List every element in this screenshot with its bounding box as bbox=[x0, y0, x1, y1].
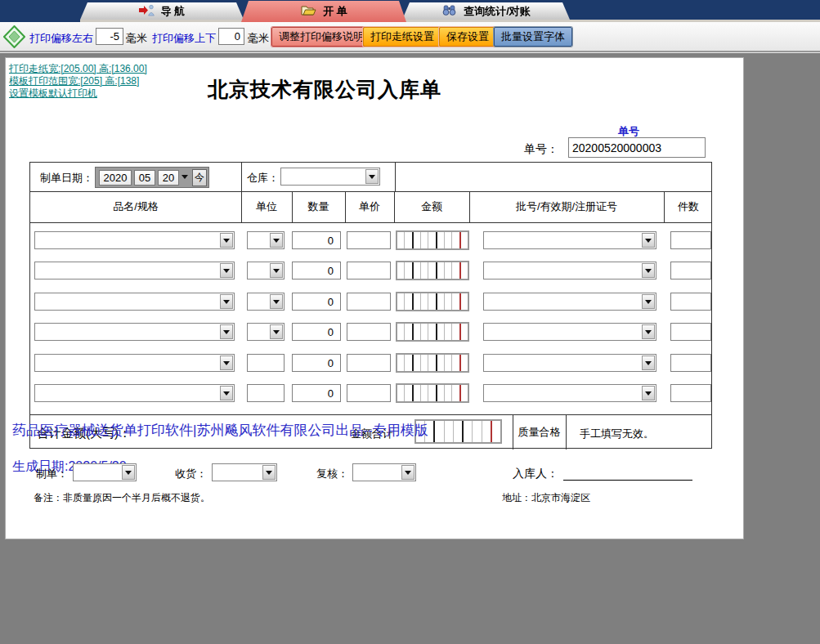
remark-text: 备注：非质量原因一个半月后概不退货。 bbox=[34, 491, 210, 505]
tab-query-stats[interactable]: 查询统计/对账 bbox=[402, 2, 570, 20]
unit-combobox[interactable] bbox=[247, 231, 285, 249]
unit-input[interactable] bbox=[247, 384, 285, 402]
product-combobox[interactable] bbox=[34, 354, 235, 372]
product-combobox[interactable] bbox=[34, 293, 235, 311]
document-page: 打印走纸宽:[205.00] 高:[136.00] 模板打印范围宽:[205] … bbox=[5, 57, 744, 539]
pieces-input[interactable] bbox=[670, 354, 711, 372]
batch-combobox[interactable] bbox=[483, 231, 656, 249]
table-line bbox=[30, 414, 711, 415]
price-input[interactable] bbox=[347, 354, 391, 372]
table-line bbox=[394, 191, 395, 222]
adjust-offset-help-button[interactable]: 调整打印偏移说明 bbox=[271, 27, 371, 47]
qty-input[interactable] bbox=[292, 384, 341, 402]
product-combobox[interactable] bbox=[34, 323, 235, 341]
date-label: 制单日期： bbox=[40, 171, 93, 186]
batch-combobox[interactable] bbox=[483, 384, 656, 402]
qty-input[interactable] bbox=[292, 231, 341, 249]
address-text: 地址：北京市海淀区 bbox=[502, 491, 590, 505]
stocker-signature-line bbox=[563, 480, 692, 481]
pieces-input[interactable] bbox=[670, 384, 711, 402]
review-combobox[interactable] bbox=[352, 463, 416, 481]
tab-navigation-label: 导 航 bbox=[161, 4, 186, 19]
chevron-down-icon bbox=[220, 386, 233, 400]
amount-grid bbox=[396, 353, 469, 373]
date-month-box[interactable]: 05 bbox=[134, 170, 155, 186]
offset-ud-label: 打印偏移上下 bbox=[152, 31, 216, 46]
batch-combobox[interactable] bbox=[483, 354, 656, 372]
receive-combobox[interactable] bbox=[212, 463, 277, 481]
table-line bbox=[664, 191, 665, 222]
tab-navigation[interactable]: 导 航 bbox=[80, 2, 244, 20]
unit-input[interactable] bbox=[247, 354, 285, 372]
warehouse-combobox[interactable] bbox=[280, 168, 380, 186]
price-input[interactable] bbox=[347, 231, 391, 249]
unit-combobox[interactable] bbox=[247, 293, 285, 311]
table-line bbox=[241, 163, 242, 191]
pieces-input[interactable] bbox=[670, 293, 711, 311]
offset-lr-label: 打印偏移左右 bbox=[29, 31, 93, 46]
chevron-down-icon bbox=[220, 263, 233, 278]
default-printer-link[interactable]: 设置模板默认打印机 bbox=[9, 87, 97, 101]
pieces-input[interactable] bbox=[670, 323, 711, 341]
chevron-down-icon bbox=[642, 386, 655, 400]
table-line bbox=[469, 191, 470, 222]
table-line bbox=[345, 191, 346, 222]
col-header-amount: 金额 bbox=[394, 191, 469, 222]
offset-lr-input[interactable] bbox=[96, 28, 123, 45]
maker-label: 制单： bbox=[36, 467, 68, 481]
folder-open-icon bbox=[300, 4, 316, 19]
chevron-down-icon bbox=[220, 356, 233, 370]
product-combobox[interactable] bbox=[34, 231, 235, 249]
date-year-box[interactable]: 2020 bbox=[99, 170, 132, 186]
print-toolbar: 打印偏移左右 毫米 打印偏移上下 毫米 调整打印偏移说明 打印走纸设置 保存设置… bbox=[0, 22, 820, 51]
paper-feed-settings-button[interactable]: 打印走纸设置 bbox=[363, 27, 441, 47]
batch-combobox[interactable] bbox=[483, 262, 656, 280]
today-button[interactable]: 今 bbox=[192, 169, 207, 186]
amount-grid bbox=[396, 230, 469, 250]
col-header-unit: 单位 bbox=[241, 191, 292, 222]
batch-combobox[interactable] bbox=[483, 323, 656, 341]
qty-input[interactable] bbox=[292, 354, 341, 372]
order-no-label: 单号： bbox=[524, 142, 558, 157]
qty-input[interactable] bbox=[292, 262, 341, 280]
software-watermark: 药品医疗器械送货单打印软件|苏州飚风软件有限公司出品--专用模版 bbox=[12, 421, 428, 440]
product-combobox[interactable] bbox=[34, 262, 235, 280]
pieces-input[interactable] bbox=[670, 262, 711, 280]
tab-billing[interactable]: 开 单 bbox=[241, 1, 406, 22]
amount-grid bbox=[396, 292, 469, 311]
batch-font-settings-button[interactable]: 批量设置字体 bbox=[494, 27, 572, 47]
maker-combobox[interactable] bbox=[73, 463, 137, 481]
tab-query-stats-label: 查询统计/对账 bbox=[464, 4, 531, 19]
price-input[interactable] bbox=[347, 262, 391, 280]
pieces-input[interactable] bbox=[670, 231, 711, 249]
qty-input[interactable] bbox=[292, 323, 341, 341]
product-combobox[interactable] bbox=[34, 384, 235, 402]
batch-combobox[interactable] bbox=[483, 293, 656, 311]
chevron-down-icon bbox=[220, 294, 233, 309]
offset-ud-input[interactable] bbox=[218, 28, 244, 45]
warehouse-label: 仓库： bbox=[247, 171, 279, 186]
date-day-box[interactable]: 20 bbox=[158, 170, 179, 186]
table-line bbox=[292, 191, 293, 222]
table-line bbox=[30, 222, 711, 223]
amount-grid bbox=[396, 383, 469, 403]
amount-grid bbox=[396, 261, 469, 280]
mm-label-2: 毫米 bbox=[248, 31, 269, 46]
review-label: 复核： bbox=[316, 467, 348, 481]
unit-combobox[interactable] bbox=[247, 323, 285, 341]
price-input[interactable] bbox=[347, 384, 391, 402]
form-table: 制单日期： 2020 05 20 今 仓库： 品名/规格 单位 数量 单价 金额 bbox=[29, 162, 712, 449]
chevron-down-icon[interactable] bbox=[181, 175, 188, 179]
qty-input[interactable] bbox=[292, 293, 341, 311]
date-picker: 2020 05 20 今 bbox=[95, 167, 209, 188]
price-input[interactable] bbox=[347, 293, 391, 311]
save-settings-button[interactable]: 保存设置 bbox=[439, 27, 496, 47]
manual-invalid-note: 手工填写无效。 bbox=[580, 427, 654, 441]
chevron-down-icon bbox=[642, 356, 655, 370]
chevron-down-icon bbox=[220, 233, 233, 248]
chevron-down-icon bbox=[220, 324, 233, 339]
order-no-input[interactable] bbox=[568, 137, 706, 158]
unit-combobox[interactable] bbox=[247, 262, 285, 280]
col-header-qty: 数量 bbox=[292, 191, 345, 222]
price-input[interactable] bbox=[347, 323, 391, 341]
